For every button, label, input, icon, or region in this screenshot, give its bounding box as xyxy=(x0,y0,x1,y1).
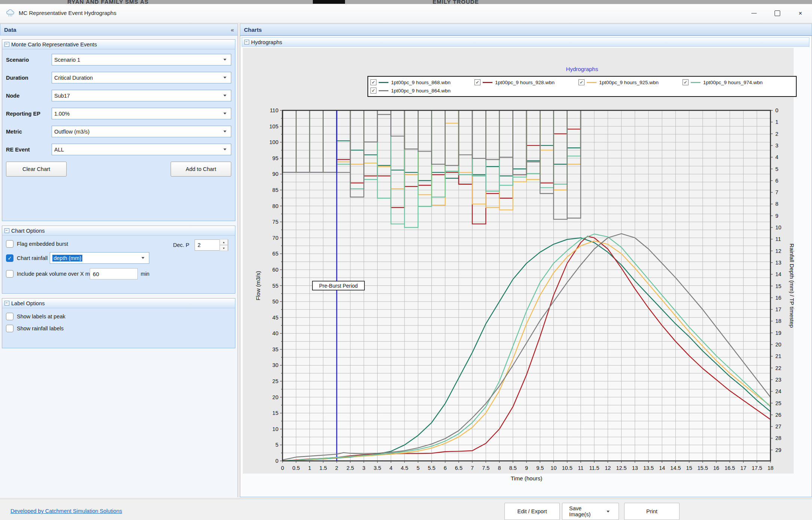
minimize-button[interactable] xyxy=(742,4,766,22)
clear-chart-button[interactable]: Clear Chart xyxy=(6,162,67,177)
svg-text:4: 4 xyxy=(390,465,393,471)
legend-series-label: 1pt00pc_9 hours_974.wbn xyxy=(703,80,763,85)
background-window-strip: RYAN AND FAMILY SMS AS EMILY TROUDE xyxy=(0,0,812,4)
collapse-group-icon[interactable] xyxy=(4,228,9,233)
svg-text:16: 16 xyxy=(775,295,781,301)
rainfall-units-dropdown[interactable]: depth (mm) xyxy=(50,252,149,264)
left-axis-title: Flow (m3/s) xyxy=(255,271,261,300)
peak-volume-label: Include peak volume over X m xyxy=(17,271,90,277)
peak-volume-checkbox[interactable]: ✓ xyxy=(6,270,13,278)
dropdown-node[interactable]: Sub17 xyxy=(52,90,231,101)
x-axis-title: Time (hours) xyxy=(511,475,542,481)
add-to-chart-button[interactable]: Add to Chart xyxy=(171,162,231,177)
collapse-group-icon[interactable] xyxy=(4,42,9,47)
svg-text:110: 110 xyxy=(270,107,278,113)
dropdown-metric[interactable]: Outflow (m3/s) xyxy=(52,126,231,137)
group-header[interactable]: Chart Options xyxy=(2,226,235,236)
svg-text:26: 26 xyxy=(775,412,781,418)
svg-text:14: 14 xyxy=(775,271,781,277)
spinner-up-icon[interactable]: ▲ xyxy=(220,239,228,245)
legend-line-swatch xyxy=(483,82,492,83)
dropdown-reporting-ep[interactable]: 1.00% xyxy=(52,108,231,119)
legend-item: ✓1pt00pc_9 hours_928.wbn xyxy=(474,78,579,86)
svg-text:10: 10 xyxy=(272,426,278,432)
hydrograph-plot[interactable]: Pre-Burst Period00.511.522.533.544.555.5… xyxy=(243,48,808,495)
collapse-group-icon[interactable] xyxy=(244,40,249,45)
legend-series-checkbox[interactable]: ✓ xyxy=(370,88,376,94)
svg-text:9: 9 xyxy=(775,213,778,219)
svg-text:10: 10 xyxy=(775,224,781,230)
spinner-down-icon[interactable]: ▼ xyxy=(220,245,228,251)
charts-panel: Hydrographs Pre-Burst Period00.511.522.5… xyxy=(240,36,812,497)
svg-text:5: 5 xyxy=(775,166,778,172)
rain-cloud-icon xyxy=(6,9,15,18)
legend-series-checkbox[interactable]: ✓ xyxy=(579,79,584,85)
dec-p-spinner[interactable]: 2 ▲▼ xyxy=(195,239,228,251)
right-axis-title: Rainfall Depth (mm) / TP timestep xyxy=(789,244,795,328)
svg-text:0: 0 xyxy=(775,107,778,113)
legend-series-checkbox[interactable]: ✓ xyxy=(683,79,689,85)
dropdown-duration[interactable]: Critical Duration xyxy=(52,72,231,83)
legend-series-checkbox[interactable]: ✓ xyxy=(474,79,480,85)
svg-text:4.5: 4.5 xyxy=(401,465,408,471)
svg-text:14: 14 xyxy=(659,465,665,471)
hydrographs-group-header[interactable]: Hydrographs xyxy=(242,37,809,47)
svg-text:2.5: 2.5 xyxy=(347,465,354,471)
svg-text:65: 65 xyxy=(272,251,278,257)
dropdown-value: Sub17 xyxy=(54,93,221,99)
svg-text:7: 7 xyxy=(471,465,474,471)
svg-text:4: 4 xyxy=(775,154,778,160)
legend-line-swatch xyxy=(691,82,700,83)
group-title: Label Options xyxy=(11,300,45,306)
svg-text:15: 15 xyxy=(686,465,692,471)
save-images-label: Save Image(s) xyxy=(569,505,601,517)
dropdown-scenario[interactable]: Scenario 1 xyxy=(52,54,231,65)
field-label-duration: Duration xyxy=(6,75,52,81)
application-window: RYAN AND FAMILY SMS AS EMILY TROUDE MC R… xyxy=(0,0,812,520)
label-options-group: Label Options ✓ Show labels at peak ✓ Sh… xyxy=(2,298,235,348)
peak-volume-minutes-input[interactable]: 60 xyxy=(90,268,138,279)
chart-legend: ✓1pt00pc_9 hours_868.wbn✓1pt00pc_9 hours… xyxy=(367,76,797,97)
svg-text:0: 0 xyxy=(281,465,284,471)
developer-link[interactable]: Developed by Catchment Simulation Soluti… xyxy=(10,508,122,514)
chart-rainfall-checkbox[interactable]: ✓ xyxy=(6,254,13,262)
field-label-reporting-ep: Reporting EP xyxy=(6,111,52,117)
group-header[interactable]: Monte Carlo Representative Events xyxy=(2,40,235,49)
form-field-row: ScenarioScenario 1 xyxy=(6,54,231,65)
legend-series-label: 1pt00pc_9 hours_864.wbn xyxy=(391,88,451,94)
edit-export-button[interactable]: Edit / Export xyxy=(504,503,560,520)
svg-text:90: 90 xyxy=(272,171,278,177)
svg-text:17.5: 17.5 xyxy=(752,465,762,471)
maximize-button[interactable] xyxy=(766,4,789,22)
svg-text:13.5: 13.5 xyxy=(643,465,654,471)
svg-text:20: 20 xyxy=(775,342,781,348)
maximize-icon xyxy=(775,10,780,16)
group-header[interactable]: Label Options xyxy=(2,299,235,308)
svg-text:6.5: 6.5 xyxy=(455,465,463,471)
svg-text:15: 15 xyxy=(272,410,278,416)
svg-text:1.5: 1.5 xyxy=(320,465,327,471)
flag-embedded-burst-checkbox[interactable]: ✓ xyxy=(6,240,13,248)
collapse-group-icon[interactable] xyxy=(4,301,9,306)
svg-text:22: 22 xyxy=(775,365,781,371)
chevron-down-icon xyxy=(221,113,229,114)
svg-text:25: 25 xyxy=(775,400,781,406)
dropdown-re-event[interactable]: ALL xyxy=(52,144,231,155)
legend-line-swatch xyxy=(379,82,388,83)
legend-line-swatch xyxy=(587,82,596,83)
chart-rainfall-label: Chart rainfall xyxy=(17,255,48,261)
show-labels-at-peak-label: Show labels at peak xyxy=(17,313,65,319)
close-button[interactable]: × xyxy=(789,4,812,22)
hydrographs-group-title: Hydrographs xyxy=(251,39,282,45)
chart-title: Hydrographs xyxy=(367,66,797,72)
legend-series-checkbox[interactable]: ✓ xyxy=(370,79,376,85)
save-images-button[interactable]: Save Image(s) xyxy=(562,503,619,520)
show-labels-at-peak-checkbox[interactable]: ✓ xyxy=(6,313,13,320)
show-rainfall-labels-checkbox[interactable]: ✓ xyxy=(6,325,13,332)
print-button[interactable]: Print xyxy=(624,503,680,520)
dec-p-label: Dec. P xyxy=(173,242,189,248)
svg-text:2: 2 xyxy=(335,465,338,471)
collapse-panel-button[interactable]: « xyxy=(231,27,234,33)
svg-text:5.5: 5.5 xyxy=(428,465,435,471)
field-label-re-event: RE Event xyxy=(6,147,52,153)
